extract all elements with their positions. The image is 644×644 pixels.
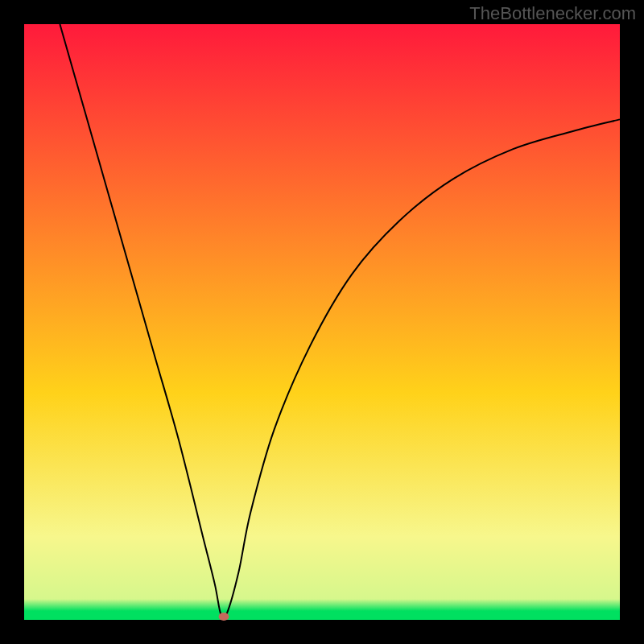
bottleneck-curve	[60, 24, 620, 618]
attribution-label: TheBottlenecker.com	[469, 3, 636, 24]
chart-area	[24, 24, 620, 620]
chart-svg-layer	[24, 24, 620, 620]
optimal-point-marker	[218, 613, 229, 621]
